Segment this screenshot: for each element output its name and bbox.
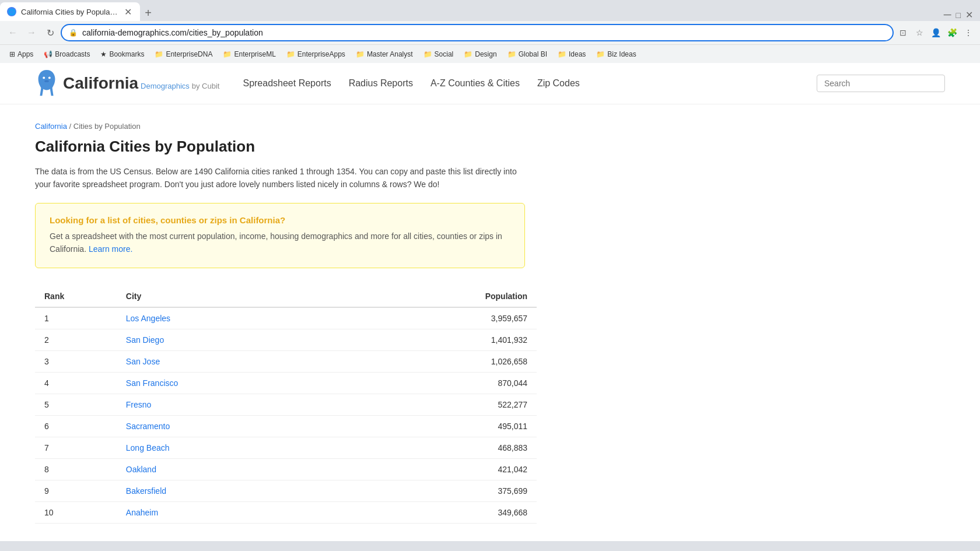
population-cell: 375,699: [408, 480, 537, 501]
folder-icon-4: 📁: [356, 50, 365, 58]
city-link[interactable]: Los Angeles: [126, 314, 170, 323]
profile-icon[interactable]: 👤: [929, 26, 943, 40]
back-button[interactable]: ←: [5, 24, 21, 41]
rank-header: Rank: [35, 286, 117, 307]
bookmark-bookmarks-label: Bookmarks: [109, 50, 144, 58]
address-bar[interactable]: 🔒 california-demographics.com/cities_by_…: [61, 24, 894, 41]
tab-favicon: 🌐: [7, 7, 16, 16]
promo-box: Looking for a list of cities, counties o…: [35, 203, 525, 268]
table-row: 4 San Francisco 870,044: [35, 372, 537, 394]
logo-sub: Demographics: [141, 82, 190, 90]
population-cell: 495,011: [408, 415, 537, 437]
table-header: Rank City Population: [35, 286, 537, 307]
active-tab[interactable]: 🌐 California Cities by Population ✕: [0, 2, 140, 21]
browser-chrome: 🌐 California Cities by Population ✕ + ─ …: [0, 0, 980, 551]
california-bear-logo: [35, 69, 58, 98]
city-cell: Fresno: [117, 394, 408, 415]
broadcasts-icon: 📢: [44, 50, 52, 58]
city-link[interactable]: San Jose: [126, 357, 160, 366]
city-cell: San Diego: [117, 329, 408, 350]
breadcrumb-separator: /: [69, 122, 74, 131]
close-button[interactable]: ✕: [965, 9, 973, 20]
breadcrumb-california-link[interactable]: California: [35, 122, 67, 131]
table-row: 7 Long Beach 468,883: [35, 437, 537, 458]
folder-icon-8: 📁: [558, 50, 566, 58]
population-cell: 468,883: [408, 437, 537, 458]
star-icon: ★: [100, 50, 107, 58]
svg-point-0: [43, 76, 45, 79]
table-row: 5 Fresno 522,277: [35, 394, 537, 415]
tab-close-button[interactable]: ✕: [123, 6, 133, 17]
bookmark-social-label: Social: [435, 50, 454, 58]
rank-cell: 9: [35, 480, 117, 501]
bookmark-enterpriseapps-label: EnterpriseApps: [298, 50, 345, 58]
bookmark-ideas[interactable]: 📁 Ideas: [553, 48, 590, 61]
extension-icon[interactable]: 🧩: [945, 26, 959, 40]
apps-icon: ⊞: [9, 50, 15, 58]
folder-icon-2: 📁: [223, 50, 232, 58]
population-cell: 1,026,658: [408, 350, 537, 372]
city-cell: Bakersfield: [117, 480, 408, 501]
rank-cell: 8: [35, 458, 117, 480]
bookmark-broadcasts[interactable]: 📢 Broadcasts: [39, 48, 94, 61]
city-link[interactable]: Oakland: [126, 465, 156, 474]
folder-icon-3: 📁: [286, 50, 295, 58]
nav-spreadsheet-reports[interactable]: Spreadsheet Reports: [243, 78, 331, 89]
city-link[interactable]: Anaheim: [126, 508, 158, 517]
search-input[interactable]: [817, 75, 945, 92]
folder-icon-6: 📁: [464, 50, 473, 58]
city-cell: Los Angeles: [117, 307, 408, 329]
folder-icon-1: 📁: [155, 50, 163, 58]
promo-learn-more-link[interactable]: Learn more.: [89, 244, 132, 254]
forward-button[interactable]: →: [23, 24, 40, 41]
main-nav: Spreadsheet Reports Radius Reports A-Z C…: [243, 78, 579, 89]
nav-az-counties-cities[interactable]: A-Z Counties & Cities: [430, 78, 520, 89]
bookmark-master-analyst-label: Master Analyst: [367, 50, 413, 58]
more-icon[interactable]: ⋮: [961, 26, 975, 40]
nav-radius-reports[interactable]: Radius Reports: [349, 78, 413, 89]
city-link[interactable]: San Francisco: [126, 378, 178, 388]
new-tab-button[interactable]: +: [140, 5, 156, 21]
maximize-button[interactable]: □: [956, 10, 961, 20]
page-content: California Demographics by Cubit Spreads…: [0, 63, 980, 541]
bookmark-apps[interactable]: ⊞ Apps: [5, 48, 38, 61]
population-cell: 349,668: [408, 501, 537, 523]
bookmark-enterprisedna[interactable]: 📁 EnterpriseDNA: [150, 48, 217, 61]
bookmark-enterpriseml[interactable]: 📁 EnterpriseML: [218, 48, 280, 61]
city-link[interactable]: Fresno: [126, 400, 152, 409]
population-cell: 421,042: [408, 458, 537, 480]
bookmark-global-bi[interactable]: 📁 Global BI: [503, 48, 552, 61]
folder-icon-5: 📁: [424, 50, 432, 58]
bookmark-social[interactable]: 📁 Social: [419, 48, 459, 61]
city-cell: San Jose: [117, 350, 408, 372]
bookmark-biz-ideas[interactable]: 📁 Biz Ideas: [592, 48, 640, 61]
bookmark-design-label: Design: [475, 50, 496, 58]
tab-bar: 🌐 California Cities by Population ✕ + ─ …: [0, 0, 980, 21]
city-link[interactable]: Long Beach: [126, 443, 170, 452]
reload-button[interactable]: ↻: [42, 24, 58, 41]
city-link[interactable]: Sacramento: [126, 422, 170, 431]
table-row: 2 San Diego 1,401,932: [35, 329, 537, 350]
table-row: 6 Sacramento 495,011: [35, 415, 537, 437]
rank-cell: 2: [35, 329, 117, 350]
bookmark-design[interactable]: 📁 Design: [459, 48, 501, 61]
cities-table: Rank City Population 1 Los Angeles 3,959…: [35, 286, 537, 524]
promo-title: Looking for a list of cities, counties o…: [50, 215, 510, 225]
lock-icon: 🔒: [69, 29, 78, 37]
cast-icon[interactable]: ⊡: [896, 26, 910, 40]
table-row: 1 Los Angeles 3,959,657: [35, 307, 537, 329]
city-link[interactable]: Bakersfield: [126, 486, 166, 496]
minimize-button[interactable]: ─: [944, 9, 951, 21]
bookmark-bookmarks[interactable]: ★ Bookmarks: [96, 48, 149, 61]
bookmark-star-icon[interactable]: ☆: [912, 26, 926, 40]
table-row: 10 Anaheim 349,668: [35, 501, 537, 523]
bookmark-master-analyst[interactable]: 📁 Master Analyst: [351, 48, 418, 61]
folder-icon-9: 📁: [596, 50, 605, 58]
bookmark-enterpriseapps[interactable]: 📁 EnterpriseApps: [282, 48, 350, 61]
rank-cell: 5: [35, 394, 117, 415]
bookmark-biz-ideas-label: Biz Ideas: [607, 50, 636, 58]
nav-zip-codes[interactable]: Zip Codes: [537, 78, 580, 89]
logo-area[interactable]: California Demographics by Cubit: [35, 69, 219, 98]
folder-icon-7: 📁: [508, 50, 516, 58]
city-link[interactable]: San Diego: [126, 335, 164, 345]
